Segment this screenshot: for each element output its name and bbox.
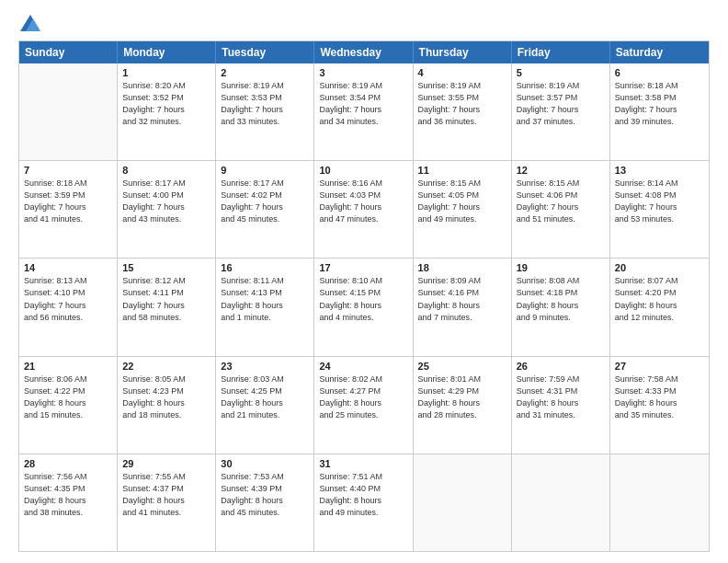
day-number: 29 [122,458,210,469]
calendar-cell: 17Sunrise: 8:10 AMSunset: 4:15 PMDayligh… [314,259,413,355]
day-info: Sunrise: 8:03 AMSunset: 4:25 PMDaylight:… [221,373,309,421]
calendar-cell: 20Sunrise: 8:07 AMSunset: 4:20 PMDayligh… [610,259,709,355]
day-info: Sunrise: 8:01 AMSunset: 4:29 PMDaylight:… [418,373,506,421]
day-info: Sunrise: 8:12 AMSunset: 4:11 PMDaylight:… [122,275,210,323]
day-info: Sunrise: 8:05 AMSunset: 4:23 PMDaylight:… [122,373,210,421]
calendar: SundayMondayTuesdayWednesdayThursdayFrid… [18,40,710,552]
weekday-header: Wednesday [314,41,413,63]
day-info: Sunrise: 7:55 AMSunset: 4:37 PMDaylight:… [122,471,210,519]
day-info: Sunrise: 8:19 AMSunset: 3:57 PMDaylight:… [517,80,605,128]
day-number: 18 [418,262,506,273]
day-info: Sunrise: 8:16 AMSunset: 4:03 PMDaylight:… [319,178,407,225]
day-number: 22 [122,361,210,372]
day-info: Sunrise: 8:06 AMSunset: 4:22 PMDaylight:… [24,373,112,421]
weekday-header: Thursday [414,41,512,63]
day-number: 24 [319,361,407,372]
day-info: Sunrise: 8:13 AMSunset: 4:10 PMDaylight:… [24,275,112,323]
day-info: Sunrise: 7:59 AMSunset: 4:31 PMDaylight:… [517,373,605,421]
day-info: Sunrise: 8:19 AMSunset: 3:55 PMDaylight:… [418,80,506,128]
day-info: Sunrise: 8:14 AMSunset: 4:08 PMDaylight:… [615,178,704,225]
calendar-cell: 19Sunrise: 8:08 AMSunset: 4:18 PMDayligh… [512,259,610,355]
weekday-header: Sunday [19,41,118,63]
day-number: 13 [615,165,704,176]
day-number: 6 [615,67,704,78]
calendar-cell [414,454,512,551]
calendar-cell: 9Sunrise: 8:17 AMSunset: 4:02 PMDaylight… [216,161,314,258]
day-info: Sunrise: 8:07 AMSunset: 4:20 PMDaylight:… [615,275,704,323]
logo-icon [20,15,40,31]
calendar-cell: 24Sunrise: 8:02 AMSunset: 4:27 PMDayligh… [314,357,413,454]
day-info: Sunrise: 7:56 AMSunset: 4:35 PMDaylight:… [24,471,112,519]
day-number: 3 [319,67,407,78]
day-number: 5 [517,67,605,78]
calendar-row: 7Sunrise: 8:18 AMSunset: 3:59 PMDaylight… [19,160,709,258]
calendar-cell: 27Sunrise: 7:58 AMSunset: 4:33 PMDayligh… [610,357,709,454]
day-number: 20 [615,262,704,273]
weekday-header: Monday [118,41,216,63]
day-number: 2 [221,67,309,78]
day-number: 27 [615,361,704,372]
day-info: Sunrise: 8:15 AMSunset: 4:06 PMDaylight:… [517,178,605,225]
day-info: Sunrise: 8:19 AMSunset: 3:53 PMDaylight:… [221,80,309,128]
calendar-cell: 28Sunrise: 7:56 AMSunset: 4:35 PMDayligh… [19,454,118,551]
calendar-cell: 23Sunrise: 8:03 AMSunset: 4:25 PMDayligh… [216,357,314,454]
day-number: 14 [24,262,112,273]
day-info: Sunrise: 8:20 AMSunset: 3:52 PMDaylight:… [122,80,210,128]
day-info: Sunrise: 8:18 AMSunset: 3:58 PMDaylight:… [615,80,704,128]
day-number: 15 [122,262,210,273]
calendar-cell: 31Sunrise: 7:51 AMSunset: 4:40 PMDayligh… [314,454,413,551]
page: SundayMondayTuesdayWednesdayThursdayFrid… [0,0,728,563]
calendar-cell [512,454,610,551]
day-info: Sunrise: 8:18 AMSunset: 3:59 PMDaylight:… [24,178,112,225]
weekday-header: Saturday [610,41,709,63]
weekday-header: Tuesday [216,41,314,63]
calendar-cell: 12Sunrise: 8:15 AMSunset: 4:06 PMDayligh… [512,161,610,258]
day-info: Sunrise: 8:08 AMSunset: 4:18 PMDaylight:… [517,275,605,323]
day-info: Sunrise: 8:17 AMSunset: 4:02 PMDaylight:… [221,178,309,225]
day-number: 7 [24,165,112,176]
calendar-cell: 21Sunrise: 8:06 AMSunset: 4:22 PMDayligh… [19,357,118,454]
calendar-cell: 18Sunrise: 8:09 AMSunset: 4:16 PMDayligh… [414,259,512,355]
calendar-row: 14Sunrise: 8:13 AMSunset: 4:10 PMDayligh… [19,258,709,355]
calendar-row: 28Sunrise: 7:56 AMSunset: 4:35 PMDayligh… [19,454,709,551]
calendar-cell: 22Sunrise: 8:05 AMSunset: 4:23 PMDayligh… [118,357,216,454]
day-number: 10 [319,165,407,176]
calendar-cell: 29Sunrise: 7:55 AMSunset: 4:37 PMDayligh… [118,454,216,551]
calendar-cell: 14Sunrise: 8:13 AMSunset: 4:10 PMDayligh… [19,259,118,355]
day-info: Sunrise: 8:02 AMSunset: 4:27 PMDaylight:… [319,373,407,421]
logo [18,15,40,31]
day-info: Sunrise: 8:09 AMSunset: 4:16 PMDaylight:… [418,275,506,323]
calendar-cell: 16Sunrise: 8:11 AMSunset: 4:13 PMDayligh… [216,259,314,355]
day-number: 11 [418,165,506,176]
calendar-cell: 8Sunrise: 8:17 AMSunset: 4:00 PMDaylight… [118,161,216,258]
calendar-cell: 4Sunrise: 8:19 AMSunset: 3:55 PMDaylight… [414,63,512,160]
day-number: 30 [221,458,309,469]
calendar-cell: 3Sunrise: 8:19 AMSunset: 3:54 PMDaylight… [314,63,413,160]
calendar-cell: 11Sunrise: 8:15 AMSunset: 4:05 PMDayligh… [414,161,512,258]
day-number: 28 [24,458,112,469]
day-number: 25 [418,361,506,372]
calendar-cell: 2Sunrise: 8:19 AMSunset: 3:53 PMDaylight… [216,63,314,160]
day-number: 26 [517,361,605,372]
day-info: Sunrise: 7:53 AMSunset: 4:39 PMDaylight:… [221,471,309,519]
day-number: 16 [221,262,309,273]
calendar-cell [19,63,118,160]
day-info: Sunrise: 7:58 AMSunset: 4:33 PMDaylight:… [615,373,704,421]
calendar-body: 1Sunrise: 8:20 AMSunset: 3:52 PMDaylight… [19,63,709,551]
day-number: 1 [122,67,210,78]
day-info: Sunrise: 8:19 AMSunset: 3:54 PMDaylight:… [319,80,407,128]
day-info: Sunrise: 8:10 AMSunset: 4:15 PMDaylight:… [319,275,407,323]
calendar-cell: 13Sunrise: 8:14 AMSunset: 4:08 PMDayligh… [610,161,709,258]
day-info: Sunrise: 8:17 AMSunset: 4:00 PMDaylight:… [122,178,210,225]
calendar-row: 21Sunrise: 8:06 AMSunset: 4:22 PMDayligh… [19,356,709,454]
calendar-row: 1Sunrise: 8:20 AMSunset: 3:52 PMDaylight… [19,63,709,160]
calendar-cell: 25Sunrise: 8:01 AMSunset: 4:29 PMDayligh… [414,357,512,454]
day-info: Sunrise: 7:51 AMSunset: 4:40 PMDaylight:… [319,471,407,519]
day-number: 21 [24,361,112,372]
calendar-cell: 10Sunrise: 8:16 AMSunset: 4:03 PMDayligh… [314,161,413,258]
day-number: 23 [221,361,309,372]
calendar-cell: 6Sunrise: 8:18 AMSunset: 3:58 PMDaylight… [610,63,709,160]
day-number: 19 [517,262,605,273]
calendar-cell: 15Sunrise: 8:12 AMSunset: 4:11 PMDayligh… [118,259,216,355]
calendar-header: SundayMondayTuesdayWednesdayThursdayFrid… [19,41,709,63]
